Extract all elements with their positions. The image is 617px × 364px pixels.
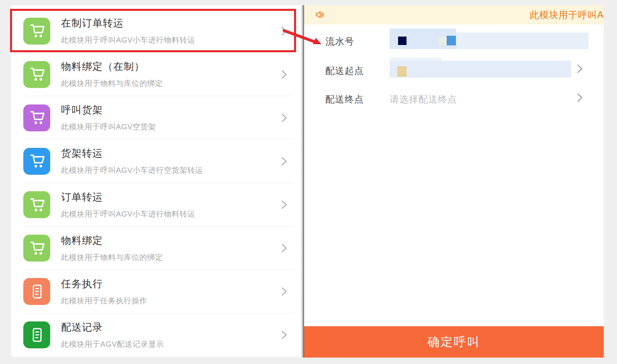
module-subtitle: 此模块用于呼叫AGV空货架 bbox=[61, 122, 281, 132]
module-icon bbox=[23, 191, 50, 218]
document-icon bbox=[27, 281, 47, 302]
redacted-block bbox=[447, 36, 456, 45]
module-subtitle: 此模块用于AGV配送记录显示 bbox=[61, 339, 281, 350]
module-icon bbox=[23, 235, 50, 262]
notice-bar: 此模块用于呼叫A bbox=[304, 5, 604, 25]
chevron-right-icon[interactable] bbox=[281, 156, 288, 166]
list-item[interactable]: 物料绑定（在制） 此模块用于物料与库位的绑定 bbox=[11, 53, 302, 96]
module-icon bbox=[23, 61, 50, 88]
chevron-right-icon[interactable] bbox=[281, 330, 288, 340]
module-texts: 呼叫货架 此模块用于呼叫AGV空货架 bbox=[61, 103, 281, 132]
module-subtitle: 此模块用于呼叫AGV小车进行物料转运 bbox=[61, 35, 281, 45]
origin-chevron-right-icon[interactable] bbox=[576, 63, 583, 74]
delivery-destination-label: 配送终点 bbox=[325, 93, 364, 106]
chevron-right-icon[interactable] bbox=[281, 70, 288, 80]
module-icon bbox=[23, 104, 50, 131]
notice-text: 此模块用于呼叫A bbox=[530, 5, 604, 25]
module-texts: 物料绑定（在制） 此模块用于物料与库位的绑定 bbox=[61, 60, 281, 89]
module-subtitle: 此模块用于呼叫AGV小车进行空货架转运 bbox=[61, 165, 281, 176]
list-item[interactable]: 在制订单转运 此模块用于呼叫AGV小车进行物料转运 bbox=[11, 9, 302, 53]
list-item[interactable]: 呼叫货架 此模块用于呼叫AGV空货架 bbox=[11, 96, 302, 139]
module-title: 物料绑定 bbox=[61, 234, 281, 247]
delivery-origin-label: 配送起点 bbox=[325, 65, 364, 77]
module-texts: 任务执行 此模块用于任务执行操作 bbox=[61, 277, 281, 306]
module-subtitle: 此模块用于物料与库位的绑定 bbox=[61, 78, 281, 89]
list-item[interactable]: 物料绑定 此模块用于物料与库位的绑定 bbox=[11, 227, 302, 270]
module-subtitle: 此模块用于物料与库位的绑定 bbox=[61, 252, 281, 263]
call-form-panel: 此模块用于呼叫A 流水号 配送起点 配送终点 请选择配送终点 确定呼叫 bbox=[304, 5, 604, 358]
redacted-block bbox=[397, 66, 407, 77]
module-title: 在制订单转运 bbox=[61, 16, 281, 30]
chevron-right-icon[interactable] bbox=[281, 243, 288, 253]
chevron-right-icon[interactable] bbox=[281, 113, 288, 123]
list-item[interactable]: 配送记录 此模块用于AGV配送记录显示 bbox=[11, 313, 302, 357]
chevron-right-icon[interactable] bbox=[281, 200, 288, 210]
redacted-block bbox=[439, 37, 447, 45]
module-texts: 在制订单转运 此模块用于呼叫AGV小车进行物料转运 bbox=[61, 16, 281, 45]
module-list: 在制订单转运 此模块用于呼叫AGV小车进行物料转运 物料绑定（在制） 此模块用于… bbox=[11, 5, 302, 357]
module-title: 货架转运 bbox=[61, 147, 281, 160]
chevron-right-icon[interactable] bbox=[281, 286, 288, 297]
cart-icon bbox=[27, 151, 47, 172]
list-item[interactable]: 订单转运 此模块用于呼叫AGV小车进行物料转运 bbox=[11, 183, 302, 227]
module-icon bbox=[23, 148, 50, 175]
destination-chevron-right-icon[interactable] bbox=[576, 92, 583, 103]
module-texts: 配送记录 此模块用于AGV配送记录显示 bbox=[61, 321, 281, 350]
delivery-destination-placeholder[interactable]: 请选择配送终点 bbox=[390, 93, 457, 106]
panel-divider bbox=[301, 5, 304, 358]
module-title: 配送记录 bbox=[61, 321, 281, 334]
list-item[interactable]: 货架转运 此模块用于呼叫AGV小车进行空货架转运 bbox=[11, 139, 302, 183]
module-icon bbox=[23, 18, 50, 45]
document-icon bbox=[27, 325, 47, 346]
module-texts: 货架转运 此模块用于呼叫AGV小车进行空货架转运 bbox=[61, 147, 281, 176]
delivery-origin-field[interactable] bbox=[390, 61, 571, 78]
module-title: 订单转运 bbox=[61, 190, 281, 204]
serial-number-field-extension[interactable] bbox=[456, 33, 588, 49]
module-texts: 订单转运 此模块用于呼叫AGV小车进行物料转运 bbox=[61, 190, 281, 219]
cart-icon bbox=[27, 107, 47, 128]
module-title: 呼叫货架 bbox=[61, 103, 281, 117]
module-subtitle: 此模块用于呼叫AGV小车进行物料转运 bbox=[61, 209, 281, 219]
chevron-right-icon[interactable] bbox=[281, 26, 288, 36]
cart-icon bbox=[27, 238, 47, 259]
list-item[interactable]: 任务执行 此模块用于任务执行操作 bbox=[11, 270, 302, 313]
serial-number-label: 流水号 bbox=[325, 35, 354, 48]
module-title: 物料绑定（在制） bbox=[61, 60, 281, 73]
cart-icon bbox=[27, 64, 47, 85]
module-icon bbox=[23, 278, 50, 305]
cart-icon bbox=[27, 194, 47, 215]
cart-icon bbox=[27, 20, 47, 41]
module-title: 任务执行 bbox=[61, 277, 281, 290]
module-subtitle: 此模块用于任务执行操作 bbox=[61, 296, 281, 306]
confirm-call-button[interactable]: 确定呼叫 bbox=[304, 326, 604, 358]
speaker-icon bbox=[315, 9, 325, 20]
redacted-block bbox=[398, 37, 407, 45]
module-icon bbox=[23, 321, 50, 348]
module-texts: 物料绑定 此模块用于物料与库位的绑定 bbox=[61, 234, 281, 263]
